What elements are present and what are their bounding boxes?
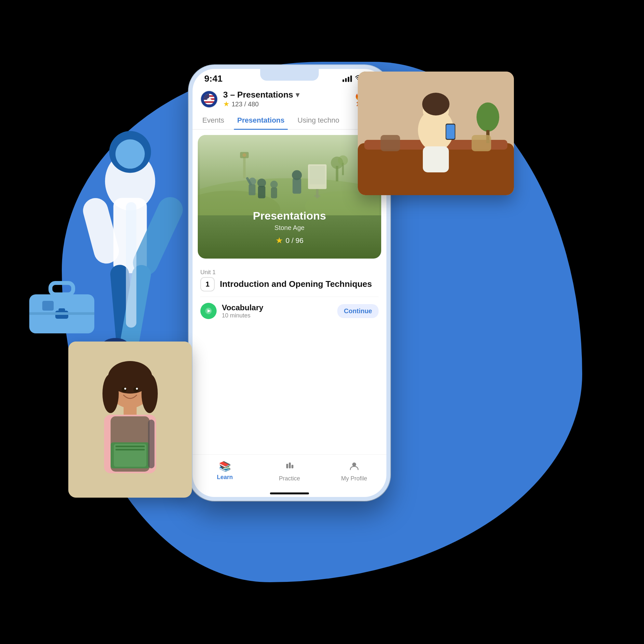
lesson-name: Vocabulary <box>222 303 332 312</box>
svg-point-89 <box>124 388 126 390</box>
svg-point-70 <box>476 102 499 132</box>
svg-rect-73 <box>381 135 400 151</box>
unit-number: 1 <box>200 277 215 291</box>
tab-presentations[interactable]: Presentations <box>231 112 291 129</box>
svg-point-43 <box>292 170 302 180</box>
tab-events[interactable]: Events <box>196 112 231 129</box>
svg-rect-50 <box>316 189 319 198</box>
app-logo <box>200 90 218 108</box>
svg-rect-86 <box>148 420 154 468</box>
svg-rect-84 <box>115 446 145 447</box>
nav-practice-label: Practice <box>279 475 300 482</box>
hero-score: ★ 0 / 96 <box>198 235 381 246</box>
svg-point-77 <box>102 374 119 413</box>
lesson-info: Vocabulary 10 minutes <box>222 303 332 319</box>
unit-title: Introduction and Opening Techniques <box>220 279 372 290</box>
svg-point-41 <box>243 153 246 157</box>
svg-rect-57 <box>286 464 288 468</box>
svg-rect-47 <box>271 188 277 198</box>
svg-point-2 <box>115 140 145 169</box>
hero-subtitle: Stone Age <box>198 224 381 232</box>
status-time: 9:41 <box>204 74 222 84</box>
tab-using-techno[interactable]: Using techno <box>291 112 343 129</box>
bottom-nav: 📚 Learn Practice <box>193 454 386 491</box>
header-stars: ★ 123 / 480 <box>223 100 349 108</box>
svg-rect-53 <box>249 184 256 195</box>
unit-header: 1 Introduction and Opening Techniques <box>200 277 379 291</box>
header-chevron-icon[interactable]: ▾ <box>296 91 299 99</box>
svg-point-90 <box>136 388 138 390</box>
nav-profile[interactable]: My Profile <box>322 458 386 485</box>
svg-rect-59 <box>291 465 293 468</box>
nav-practice[interactable]: Practice <box>257 458 322 485</box>
content-area: Presentations Stone Age ★ 0 / 96 Unit 1 … <box>193 130 386 454</box>
lesson-icon <box>200 303 217 319</box>
svg-point-87 <box>122 387 127 392</box>
svg-point-78 <box>141 374 158 413</box>
hero-card: Presentations Stone Age ★ 0 / 96 <box>198 135 381 259</box>
svg-rect-72 <box>472 135 491 151</box>
svg-rect-14 <box>59 308 65 312</box>
svg-rect-16 <box>42 301 54 311</box>
nav-learn[interactable]: 📚 Learn <box>193 458 257 485</box>
svg-rect-10 <box>126 202 136 328</box>
svg-rect-85 <box>115 449 145 450</box>
svg-rect-42 <box>293 178 302 194</box>
briefcase-illustration <box>26 276 98 335</box>
svg-point-60 <box>352 463 356 466</box>
photo-woman-sofa-image <box>358 72 514 195</box>
hero-text: Presentations Stone Age ★ 0 / 96 <box>198 209 381 246</box>
home-indicator <box>270 492 309 494</box>
svg-rect-49 <box>310 166 325 184</box>
profile-icon <box>349 461 359 473</box>
lesson-duration: 10 minutes <box>222 312 332 319</box>
svg-point-46 <box>270 181 278 188</box>
tab-bar: Events Presentations Using techno <box>193 112 386 130</box>
svg-rect-67 <box>423 146 449 172</box>
hero-title: Presentations <box>198 209 381 222</box>
svg-rect-15 <box>29 312 94 315</box>
app-header: 3 – Presentations ▾ ★ 123 / 480 🔥 13 ⇈ <box>193 87 386 112</box>
phone-screen: 9:41 <box>193 69 386 497</box>
svg-point-44 <box>257 179 266 187</box>
svg-point-38 <box>338 155 348 165</box>
unit-section: Unit 1 1 Introduction and Opening Techni… <box>193 264 386 330</box>
svg-rect-69 <box>446 125 455 139</box>
nav-profile-label: My Profile <box>341 475 367 482</box>
photo-student <box>68 342 192 498</box>
svg-point-88 <box>133 387 139 392</box>
phone-notch <box>260 69 319 81</box>
svg-rect-45 <box>258 186 265 198</box>
header-title: 3 – Presentations ▾ <box>223 90 349 100</box>
nav-learn-label: Learn <box>217 474 233 481</box>
photo-woman-sofa <box>358 72 514 195</box>
svg-rect-11 <box>50 283 73 294</box>
svg-rect-83 <box>114 444 146 467</box>
header-info: 3 – Presentations ▾ ★ 123 / 480 <box>223 90 349 108</box>
signal-icon <box>342 75 352 82</box>
continue-button[interactable]: Continue <box>337 304 379 318</box>
practice-icon <box>284 461 295 473</box>
photo-student-image <box>68 342 192 498</box>
lesson-item: Vocabulary 10 minutes Continue <box>200 297 379 325</box>
unit-label: Unit 1 <box>200 269 379 276</box>
svg-rect-51 <box>314 195 320 197</box>
svg-rect-58 <box>289 463 291 468</box>
learn-icon: 📚 <box>219 461 231 472</box>
svg-point-66 <box>422 93 449 115</box>
